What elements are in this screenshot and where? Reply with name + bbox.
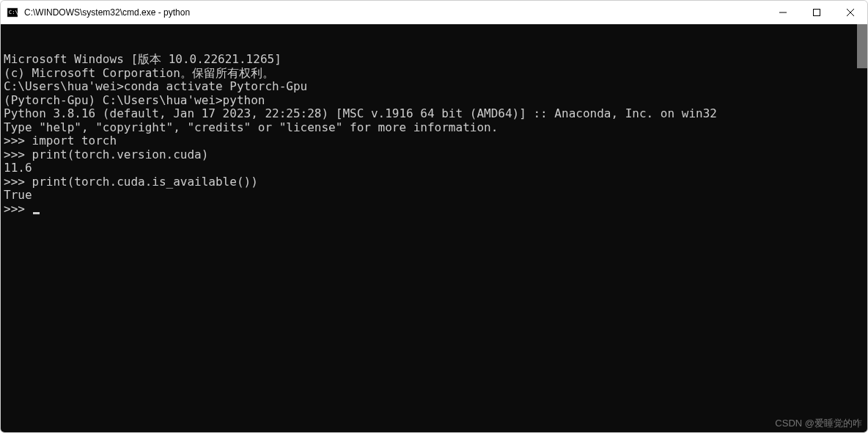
terminal-line: True [4,189,864,203]
terminal-line: (Pytorch-Gpu) C:\Users\hua'wei>python [4,94,864,108]
terminal-line: >>> print(torch.cuda.is_available()) [4,175,864,189]
scrollbar-thumb[interactable] [857,24,867,68]
terminal-content: Microsoft Windows [版本 10.0.22621.1265](c… [4,53,864,216]
terminal-line: >>> import torch [4,134,864,148]
window-controls [766,1,867,24]
terminal-line: 11.6 [4,161,864,175]
terminal-area[interactable]: Microsoft Windows [版本 10.0.22621.1265](c… [1,24,867,432]
window-title: C:\WINDOWS\system32\cmd.exe - python [24,7,766,18]
terminal-line: Microsoft Windows [版本 10.0.22621.1265] [4,53,864,67]
terminal-line: (c) Microsoft Corporation。保留所有权利。 [4,67,864,81]
terminal-line: >>> print(torch.version.cuda) [4,148,864,162]
watermark: CSDN @爱睡觉的咋 [775,417,862,430]
svg-text:C:\: C:\ [9,10,18,15]
terminal-line: >>> [4,203,864,216]
terminal-line: Type "help", "copyright", "credits" or "… [4,121,864,135]
terminal-line: Python 3.8.16 (default, Jan 17 2023, 22:… [4,107,864,121]
close-button[interactable] [834,1,867,24]
cmd-icon: C:\ [7,7,18,18]
terminal-line: C:\Users\hua'wei>conda activate Pytorch-… [4,80,864,94]
cmd-window: C:\ C:\WINDOWS\system32\cmd.exe - python… [0,0,868,433]
cursor [33,212,40,214]
titlebar[interactable]: C:\ C:\WINDOWS\system32\cmd.exe - python [1,1,867,24]
svg-rect-3 [814,10,820,16]
minimize-button[interactable] [766,1,800,24]
maximize-button[interactable] [800,1,834,24]
